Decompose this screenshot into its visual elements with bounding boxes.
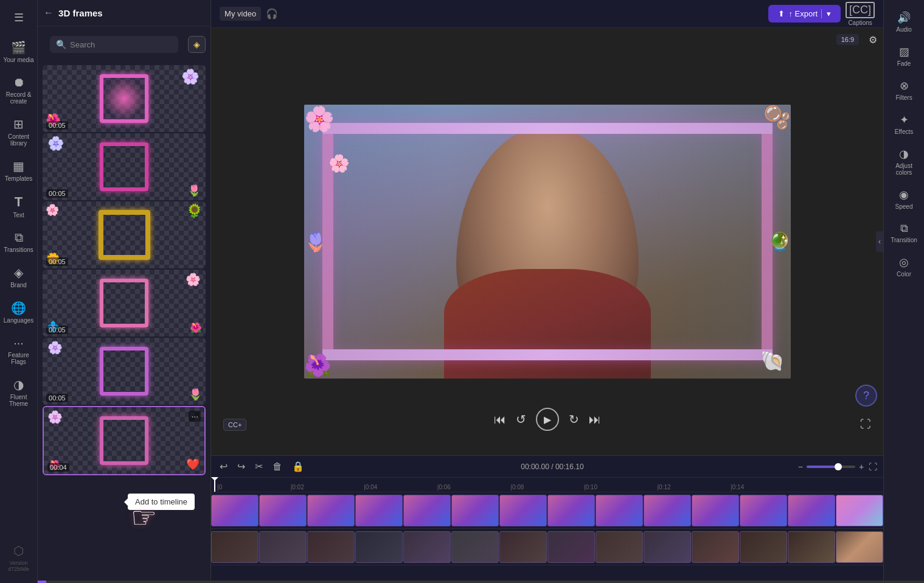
skip-to-start-button[interactable]: ⏮ [494, 413, 506, 427]
ruler-mark: |0:02 [291, 484, 364, 492]
premium-button[interactable]: ◈ [188, 36, 206, 53]
thumbnail-item[interactable]: 🌸 🌺 💠 00:05 [43, 270, 206, 337]
frame-clip[interactable] [788, 495, 835, 526]
save-icon[interactable]: 🎧 [266, 8, 278, 19]
video-clip[interactable] [355, 531, 403, 563]
playhead[interactable] [214, 478, 215, 492]
thumbnail-item[interactable]: 🌸 🌷 00:05 [43, 133, 206, 200]
sidebar-right-item-audio[interactable]: 🔊 Audio [884, 6, 923, 38]
undo-button[interactable]: ↩ [217, 459, 230, 473]
frame-bar-top [322, 123, 773, 134]
sidebar-right-item-adjust-colors[interactable]: ◑ Adjustcolors [884, 142, 923, 181]
video-tab[interactable]: My video [220, 7, 261, 21]
thumbnail-item[interactable]: 🌸 🌺 00:05 [43, 65, 206, 132]
decor-extra1: 🌸 [328, 153, 350, 173]
color-icon: ◎ [899, 256, 909, 269]
video-clip[interactable] [499, 531, 547, 563]
frame-clip[interactable] [836, 495, 883, 526]
video-clip[interactable] [451, 531, 499, 563]
video-clip[interactable] [259, 531, 307, 563]
sidebar-right-item-filters[interactable]: ⊗ Filters [884, 74, 923, 106]
video-clip[interactable] [692, 531, 739, 563]
sidebar-item-text[interactable]: T Text [1, 189, 37, 223]
delete-button[interactable]: 🗑 [270, 460, 285, 473]
collapse-panel-button[interactable]: ‹ [876, 231, 883, 252]
video-clip[interactable] [211, 531, 259, 563]
video-clip[interactable] [403, 531, 451, 563]
redo-button[interactable]: ↪ [235, 459, 248, 473]
hamburger-menu[interactable]: ☰ [8, 5, 30, 30]
export-button[interactable]: ⬆ ↑ Export ▾ [768, 5, 841, 23]
sidebar-right: 🔊 Audio ▨ Fade ⊗ Filters ✦ Effects ◑ Adj… [883, 0, 924, 583]
sidebar-item-brand-kit[interactable]: ◈ Brand [1, 260, 37, 293]
sidebar-item-record-create[interactable]: ⏺ Record &create [1, 71, 37, 110]
export-dropdown-icon[interactable]: ▾ [821, 9, 831, 18]
zoom-out-button[interactable]: − [798, 462, 803, 472]
rewind-button[interactable]: ↺ [516, 412, 526, 427]
help-button[interactable]: ? [855, 385, 877, 407]
sidebar-item-transitions[interactable]: ⧉ Transitions [1, 226, 37, 258]
frame-clip[interactable] [355, 495, 403, 526]
fast-forward-button[interactable]: ↻ [569, 412, 579, 427]
frame-clips [211, 492, 883, 528]
frame-clip[interactable] [259, 495, 307, 526]
zoom-in-button[interactable]: + [859, 462, 864, 472]
preview-settings-button[interactable]: ⚙ [869, 34, 877, 46]
sidebar-right-item-transition[interactable]: ⧉ Transition [884, 217, 923, 248]
frame-preview-3 [99, 210, 150, 260]
sidebar-right-item-speed[interactable]: ◉ Speed [884, 183, 923, 215]
frame-clip[interactable] [451, 495, 499, 526]
sidebar-item-fluent-theme[interactable]: ◑ Fluent Theme [1, 372, 37, 412]
timeline-tracks[interactable] [211, 492, 883, 583]
ruler-marks: |0 |0:02 |0:04 |0:06 |0:08 |0:10 |0:12 |… [217, 478, 877, 492]
aspect-ratio-button[interactable]: 16:9 [836, 34, 859, 45]
search-input[interactable] [70, 40, 172, 49]
video-clip-last[interactable] [836, 531, 883, 563]
sidebar-item-languages[interactable]: 🌐 Languages [1, 296, 37, 329]
sidebar-item-your-media[interactable]: 🎬 Your media [1, 35, 37, 68]
timeline-ruler: |0 |0:02 |0:04 |0:06 |0:08 |0:10 |0:12 |… [211, 478, 883, 492]
sidebar-item-templates[interactable]: ▦ Templates [1, 154, 37, 187]
frame-clip[interactable] [403, 495, 451, 526]
progress-bar-container[interactable] [0, 581, 924, 583]
frame-clip[interactable] [307, 495, 355, 526]
sidebar-right-item-fade[interactable]: ▨ Fade [884, 40, 923, 72]
video-clip[interactable] [788, 531, 835, 563]
sidebar-right-item-effects[interactable]: ✦ Effects [884, 108, 923, 140]
frame-clip[interactable] [211, 495, 259, 526]
frame-clip[interactable] [692, 495, 739, 526]
search-bar[interactable]: 🔍 [50, 36, 178, 53]
thumbnails-grid: 🌸 🌺 00:05 🌸 🌷 00:05 🌻 🌼 🌸 [38, 63, 210, 583]
feature-flags-icon: ··· [13, 336, 24, 350]
play-pause-button[interactable]: ▶ [536, 408, 559, 431]
frame-preview-1 [100, 74, 148, 123]
video-clip[interactable] [307, 531, 355, 563]
cut-button[interactable]: ✂ [252, 459, 265, 473]
thumbnail-item[interactable]: 🌻 🌼 🌸 00:05 [43, 201, 206, 268]
thumbnail-item-active[interactable]: 🌸 🌺 ❤️ 00:04 ··· [43, 406, 206, 475]
video-clip[interactable] [644, 531, 691, 563]
zoom-slider[interactable] [807, 466, 855, 468]
video-clip[interactable] [740, 531, 787, 563]
frame-clip[interactable] [740, 495, 787, 526]
frame-clip[interactable] [596, 495, 643, 526]
captions-button[interactable]: [CC] Captions [846, 2, 875, 26]
back-button[interactable]: ← [44, 7, 54, 18]
frame-clip[interactable] [499, 495, 547, 526]
more-options-button[interactable]: ··· [189, 411, 201, 422]
expand-timeline-button[interactable]: ⛶ [869, 462, 877, 472]
fullscreen-button[interactable]: ⛶ [860, 418, 871, 431]
sidebar-right-item-color[interactable]: ◎ Color [884, 251, 923, 282]
thumbnail-item[interactable]: 🌸 🌷 00:05 [43, 338, 206, 405]
video-clip[interactable] [596, 531, 643, 563]
cc-button[interactable]: CC+ [223, 419, 246, 431]
frame-clip[interactable] [644, 495, 691, 526]
sidebar-item-feature-flags[interactable]: ··· FeatureFlags [1, 331, 37, 370]
skip-to-end-button[interactable]: ⏭ [589, 413, 601, 427]
sidebar-left: ☰ 🎬 Your media ⏺ Record &create ⊞ Conten… [0, 0, 38, 583]
lock-button[interactable]: 🔒 [290, 459, 307, 473]
frame-clip[interactable] [547, 495, 595, 526]
sidebar-item-content-library[interactable]: ⊞ Contentlibrary [1, 112, 37, 152]
timeline-controls: ↩ ↪ ✂ 🗑 🔒 00:00.00 / 00:16.10 − + ⛶ [211, 456, 883, 478]
video-clip[interactable] [547, 531, 595, 563]
